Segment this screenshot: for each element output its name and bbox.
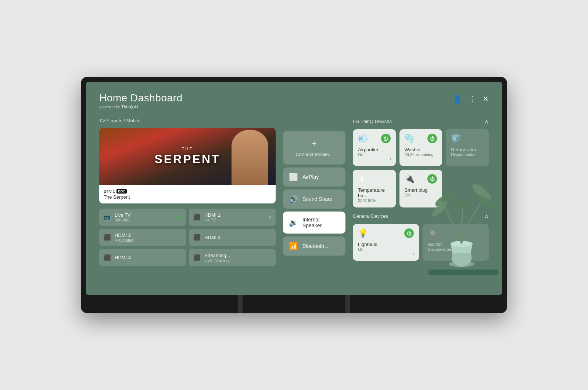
tv-section-label: TV / Inputs / Mobile xyxy=(99,118,276,123)
airpurifier-icon: 💨 xyxy=(358,134,368,143)
lightbulb-power-button[interactable]: ⏻ xyxy=(404,228,414,238)
hdmi3-info: HDMI 3 xyxy=(204,235,220,240)
washer-icon: 🫧 xyxy=(405,134,415,143)
temperature-card[interactable]: 🌡 Temperature hu... 22℃ 80% xyxy=(353,170,396,207)
devices-column: LG ThinQ Devices ∧ 💨 ⏻ Airpurifier On xyxy=(353,118,489,261)
smart-plug-status: On xyxy=(405,193,437,197)
smart-plug-icon: 🔌 xyxy=(405,174,415,184)
connect-mobile-card[interactable]: + Connect Mobile... xyxy=(283,131,345,165)
general-section: General Devices ∧ 💡 ⏻ Lightbulb xyxy=(353,213,489,261)
streaming-name: Streaming... xyxy=(204,253,230,258)
switch-icon: 🔘 xyxy=(428,228,438,238)
user-icon[interactable]: 👤 xyxy=(453,94,462,103)
hdmi4-icon: ⬛ xyxy=(104,254,111,261)
input-hdmi4[interactable]: ⬛ HDMI 4 xyxy=(99,249,186,266)
thinq-section-header: LG ThinQ Devices ∧ xyxy=(353,118,489,125)
bluetooth-card[interactable]: 📶 Bluetooth ... xyxy=(283,236,345,256)
thinq-collapse-button[interactable]: ∧ xyxy=(484,118,489,125)
hdmi1-icon: ⬛ xyxy=(193,214,201,221)
lightbulb-arrow-icon: › xyxy=(413,251,415,256)
switch-card[interactable]: 🔘 Switch Disconnected xyxy=(423,224,489,261)
hdmi2-info: HDMI 2 Playstation xyxy=(115,232,135,242)
streaming-info: Streaming... Live TV & St... xyxy=(204,253,230,263)
airpurifier-name: Airpurifier xyxy=(358,147,391,152)
hdmi3-icon: ⬛ xyxy=(193,234,201,241)
tv-preview-image: BBC THE SERPENT xyxy=(99,128,276,185)
smart-plug-power-button[interactable]: ⏻ xyxy=(427,174,437,184)
refrigerator-icon: 🧊 xyxy=(451,134,461,143)
switch-status: Disconnected xyxy=(428,247,484,252)
hdmi1-sub: U+ TV xyxy=(204,218,220,222)
smart-plug-name: Smart plug xyxy=(405,187,437,193)
smart-plug-card[interactable]: 🔌 ⏻ Smart plug On xyxy=(399,170,442,207)
washer-card[interactable]: 🫧 ⏻ Washer 00:34 remaining xyxy=(399,129,442,166)
input-grid: 📺 Live TV 000-000 ⬛ HDMI 1 U+ TV xyxy=(99,209,276,266)
hdmi4-info: HDMI 4 xyxy=(115,255,131,260)
sound-share-label: Sound Share xyxy=(302,196,333,202)
show-name: The Serpent xyxy=(104,194,271,200)
hdmi2-name: HDMI 2 xyxy=(115,232,135,238)
bluetooth-icon: 📶 xyxy=(289,242,298,250)
hdmi2-sub: Playstation xyxy=(115,238,135,242)
bluetooth-label: Bluetooth ... xyxy=(302,243,330,249)
switch-name: Switch xyxy=(428,242,484,247)
washer-power-button[interactable]: ⏻ xyxy=(427,134,437,143)
refrigerator-status: Disconnected xyxy=(451,152,484,157)
input-hdmi1[interactable]: ⬛ HDMI 1 U+ TV ⊞ xyxy=(189,209,276,226)
tv-screen: Home Dashboard powered by ThinQ AI 👤 ⋮ ✕… xyxy=(86,82,502,295)
subtitle-prefix: powered by xyxy=(99,105,121,109)
audio-column: + Connect Mobile... ⬜ AirPlay 🔊 Sound Sh… xyxy=(283,118,345,256)
general-collapse-button[interactable]: ∧ xyxy=(484,213,489,220)
internal-speaker-label: Internal Speaker xyxy=(302,217,340,228)
lightbulb-name: Lightbulb xyxy=(358,242,414,247)
channel-badge: DTV 1 BBC xyxy=(104,189,127,194)
airpurifier-status: On xyxy=(358,152,391,157)
switch-card-header: 🔘 xyxy=(428,228,484,238)
thinq-devices-grid: 💨 ⏻ Airpurifier On › 🫧 ⏻ xyxy=(353,129,489,207)
tv-frame: Home Dashboard powered by ThinQ AI 👤 ⋮ ✕… xyxy=(81,77,507,313)
refrigerator-card-header: 🧊 xyxy=(451,134,484,143)
refrigerator-card[interactable]: 🧊 Refrigerator Disconnected xyxy=(446,129,489,166)
general-devices-grid: 💡 ⏻ Lightbulb On › 🔘 xyxy=(353,224,489,261)
airpurifier-power-button[interactable]: ⏻ xyxy=(381,134,391,143)
lightbulb-card[interactable]: 💡 ⏻ Lightbulb On › xyxy=(353,224,419,261)
washer-status: 00:34 remaining xyxy=(405,152,437,157)
live-tv-name: Live TV xyxy=(115,212,131,218)
live-tv-sub: 000-000 xyxy=(115,218,131,222)
washer-name: Washer xyxy=(405,147,437,152)
smart-plug-card-header: 🔌 ⏻ xyxy=(405,174,437,184)
live-tv-icon: 📺 xyxy=(104,214,111,221)
input-streaming[interactable]: ⬛ Streaming... Live TV & St... xyxy=(189,249,276,266)
streaming-sub: Live TV & St... xyxy=(204,258,230,263)
hdmi1-name: HDMI 1 xyxy=(204,212,220,218)
title-block: Home Dashboard powered by ThinQ AI xyxy=(99,92,182,109)
temperature-icon: 🌡 xyxy=(358,174,366,184)
connect-plus-icon: + xyxy=(312,138,317,149)
airpurifier-card-header: 💨 ⏻ xyxy=(358,134,391,143)
close-icon[interactable]: ✕ xyxy=(483,94,489,103)
input-live-tv[interactable]: 📺 Live TV 000-000 xyxy=(99,209,186,226)
airplay-card[interactable]: ⬜ AirPlay xyxy=(283,167,345,187)
main-layout: TV / Inputs / Mobile BBC xyxy=(99,118,489,266)
refrigerator-name: Refrigerator xyxy=(451,147,484,152)
internal-speaker-card[interactable]: 🔉 Internal Speaker xyxy=(283,212,345,234)
hdmi2-icon: ⬛ xyxy=(104,234,111,241)
airplay-icon: ⬜ xyxy=(289,173,298,181)
input-hdmi2[interactable]: ⬛ HDMI 2 Playstation xyxy=(99,229,186,246)
live-tv-info: Live TV 000-000 xyxy=(115,212,131,222)
header: Home Dashboard powered by ThinQ AI 👤 ⋮ ✕ xyxy=(99,92,489,109)
menu-icon[interactable]: ⋮ xyxy=(469,94,476,103)
lightbulb-icon: 💡 xyxy=(358,228,368,238)
tv-preview-card[interactable]: BBC THE SERPENT xyxy=(99,128,276,203)
tv-inputs-column: TV / Inputs / Mobile BBC xyxy=(99,118,276,266)
temperature-name: Temperature hu... xyxy=(358,187,391,198)
sound-share-card[interactable]: 🔊 Sound Share xyxy=(283,189,345,209)
page-title: Home Dashboard xyxy=(99,92,182,104)
airpurifier-card[interactable]: 💨 ⏻ Airpurifier On › xyxy=(353,129,396,166)
svg-rect-7 xyxy=(429,270,498,275)
general-section-header: General Devices ∧ xyxy=(353,213,489,220)
bbc-badge: BBC xyxy=(116,189,127,194)
airpurifier-arrow-icon: › xyxy=(390,156,391,162)
input-hdmi3[interactable]: ⬛ HDMI 3 xyxy=(189,229,276,246)
hdmi1-info: HDMI 1 U+ TV xyxy=(204,212,220,222)
